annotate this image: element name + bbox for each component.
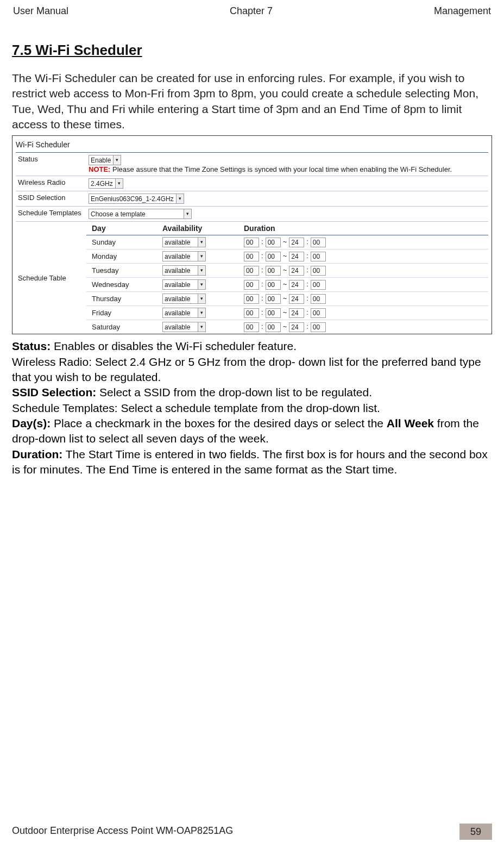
start-hour-input[interactable]: 00: [244, 238, 259, 247]
duration-cell: 00:00~24:00: [244, 266, 407, 276]
def-day-label: Day(s):: [12, 417, 51, 429]
end-min-input[interactable]: 00: [311, 308, 326, 318]
status-select[interactable]: Enable ▾: [89, 155, 121, 165]
def-day-text1: Place a checkmark in the boxes for the d…: [51, 417, 387, 429]
duration-cell: 00:00~24:00: [244, 252, 407, 261]
start-hour-input[interactable]: 00: [244, 252, 259, 261]
start-hour-input[interactable]: 00: [244, 266, 259, 276]
colon-sep: :: [306, 280, 308, 288]
status-label: Status: [16, 153, 86, 176]
colon-sep: :: [261, 308, 263, 316]
start-min-input[interactable]: 00: [266, 266, 281, 276]
schedule-row: Mondayavailable▾00:00~24:00: [86, 250, 488, 264]
colon-sep: :: [306, 308, 308, 316]
availability-select[interactable]: available▾: [162, 279, 206, 290]
ssid-select[interactable]: EnGenius063C96_1-2.4GHz ▾: [89, 194, 184, 204]
availability-cell: available▾: [162, 279, 244, 290]
ssid-value-cell: EnGenius063C96_1-2.4GHz ▾: [86, 191, 488, 206]
chevron-down-icon: ▾: [198, 252, 205, 261]
screenshot-title: Wi-Fi Scheduler: [16, 140, 488, 149]
day-name: Friday: [92, 309, 162, 317]
start-min-input[interactable]: 00: [266, 238, 281, 247]
end-min-input[interactable]: 00: [311, 280, 326, 290]
end-hour-input[interactable]: 24: [289, 280, 304, 290]
end-hour-input[interactable]: 24: [289, 266, 304, 276]
status-value-cell: Enable ▾ NOTE: Please assure that the Ti…: [86, 153, 488, 176]
availability-value: available: [165, 239, 190, 246]
template-select[interactable]: Choose a template ▾: [89, 209, 192, 219]
colon-sep: :: [306, 322, 308, 330]
availability-select[interactable]: available▾: [162, 251, 206, 261]
def-ssid-label: SSID Selection:: [12, 386, 96, 398]
def-status-label: Status:: [12, 340, 51, 352]
availability-select[interactable]: available▾: [162, 294, 206, 304]
radio-select[interactable]: 2.4GHz ▾: [89, 178, 123, 189]
schedule-table: Day Availability Duration Sundayavailabl…: [86, 222, 488, 334]
start-hour-input[interactable]: 00: [244, 294, 259, 304]
end-hour-input[interactable]: 24: [289, 238, 304, 247]
availability-select[interactable]: available▾: [162, 322, 206, 332]
availability-value: available: [165, 295, 190, 303]
tilde-sep: ~: [283, 294, 287, 302]
day-name: Thursday: [92, 295, 162, 303]
start-hour-input[interactable]: 00: [244, 322, 259, 332]
availability-value: available: [165, 267, 190, 275]
start-min-input[interactable]: 00: [266, 252, 281, 261]
availability-cell: available▾: [162, 308, 244, 318]
def-duration: Duration: The Start Time is entered in t…: [12, 447, 492, 478]
def-ssid: SSID Selection: Select a SSID from the d…: [12, 385, 492, 400]
schedule-row: Tuesdayavailable▾00:00~24:00: [86, 264, 488, 278]
availability-select[interactable]: available▾: [162, 265, 206, 276]
page-footer: Outdoor Enterprise Access Point WM-OAP82…: [0, 824, 504, 842]
availability-select[interactable]: available▾: [162, 237, 206, 247]
end-hour-input[interactable]: 24: [289, 322, 304, 332]
availability-cell: available▾: [162, 294, 244, 304]
def-duration-text: The Start Time is entered in two fields.…: [12, 448, 488, 476]
availability-select[interactable]: available▾: [162, 308, 206, 318]
end-min-input[interactable]: 00: [311, 238, 326, 247]
chevron-down-icon: ▾: [113, 155, 121, 165]
page-header: User Manual Chapter 7 Management: [12, 5, 492, 20]
template-value-cell: Choose a template ▾: [86, 206, 488, 221]
def-ssid-text: Select a SSID from the drop-down list to…: [96, 386, 372, 398]
end-hour-input[interactable]: 24: [289, 294, 304, 304]
end-min-input[interactable]: 00: [311, 266, 326, 276]
end-min-input[interactable]: 00: [311, 294, 326, 304]
start-min-input[interactable]: 00: [266, 308, 281, 318]
def-templates: Schedule Templates: Select a schedule te…: [12, 401, 492, 416]
wifi-scheduler-screenshot: Wi-Fi Scheduler Status Enable ▾ NOTE: Pl…: [12, 135, 492, 334]
def-day-allweek: All Week: [387, 417, 434, 429]
note-text: Please assure that the Time Zone Setting…: [110, 165, 452, 173]
schedule-row: Saturdayavailable▾00:00~24:00: [86, 320, 488, 334]
end-min-input[interactable]: 00: [311, 322, 326, 332]
footer-text: Outdoor Enterprise Access Point WM-OAP82…: [12, 825, 233, 841]
tilde-sep: ~: [283, 322, 287, 330]
end-min-input[interactable]: 00: [311, 252, 326, 261]
colon-sep: :: [306, 252, 308, 260]
end-hour-input[interactable]: 24: [289, 308, 304, 318]
template-select-value: Choose a template: [91, 210, 146, 218]
start-hour-input[interactable]: 00: [244, 280, 259, 290]
start-min-input[interactable]: 00: [266, 322, 281, 332]
colon-sep: :: [306, 238, 308, 246]
duration-cell: 00:00~24:00: [244, 308, 407, 318]
radio-value-cell: 2.4GHz ▾: [86, 176, 488, 191]
definitions-block: Status: Enables or disables the Wi-Fi sc…: [12, 339, 492, 477]
tilde-sep: ~: [283, 238, 287, 246]
schedule-table-label: Schedule Table: [16, 221, 86, 334]
duration-cell: 00:00~24:00: [244, 322, 407, 332]
end-hour-input[interactable]: 24: [289, 252, 304, 261]
colon-sep: :: [306, 294, 308, 302]
start-hour-input[interactable]: 00: [244, 308, 259, 318]
schedule-row: Thursdayavailable▾00:00~24:00: [86, 292, 488, 306]
start-min-input[interactable]: 00: [266, 294, 281, 304]
chevron-down-icon: ▾: [198, 294, 205, 303]
start-min-input[interactable]: 00: [266, 280, 281, 290]
col-day: Day: [92, 224, 162, 233]
colon-sep: :: [261, 294, 263, 302]
status-select-value: Enable: [91, 157, 111, 164]
availability-cell: available▾: [162, 322, 244, 332]
colon-sep: :: [261, 238, 263, 246]
day-name: Wednesday: [92, 280, 162, 289]
colon-sep: :: [306, 266, 308, 274]
